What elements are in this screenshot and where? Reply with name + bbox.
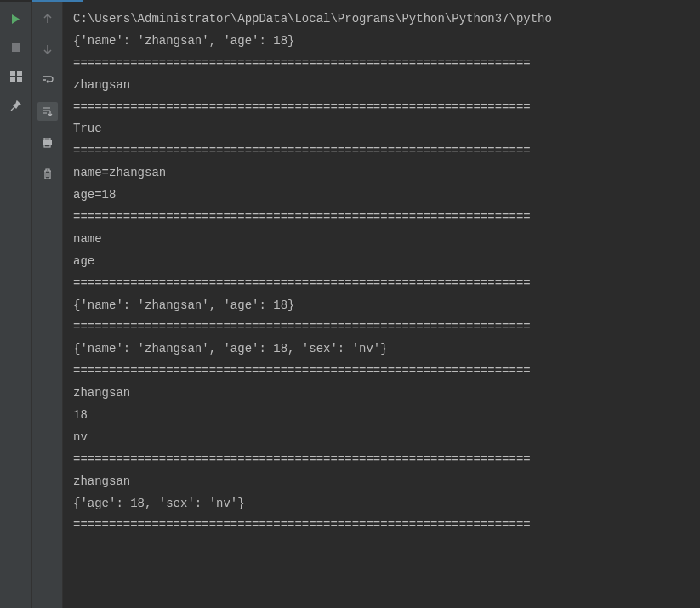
print-icon (42, 138, 53, 148)
console-line: {'age': 18, 'sex': 'nv'} (73, 493, 697, 515)
console-line: {'name': 'zhangsan', 'age': 18} (73, 295, 697, 317)
console-line: {'name': 'zhangsan', 'age': 18, 'sex': '… (73, 338, 697, 361)
svg-rect-5 (44, 138, 50, 140)
console-line: {'name': 'zhangsan', 'age': 18} (73, 31, 697, 53)
gutter-primary (0, 2, 32, 608)
console-line: True (73, 118, 697, 140)
main-container: C:\Users\Administrator\AppData\Local\Pro… (0, 2, 700, 608)
stop-button[interactable] (8, 39, 25, 56)
console-line: age=18 (73, 185, 697, 207)
run-button[interactable] (8, 10, 25, 27)
svg-rect-2 (17, 71, 22, 76)
gutter-secondary (32, 2, 63, 608)
console-line: zhangsan (73, 471, 697, 493)
svg-rect-3 (10, 77, 15, 82)
arrow-up-icon (43, 14, 53, 24)
console-line: ========================================… (73, 316, 697, 338)
down-button[interactable] (39, 41, 56, 58)
play-icon (10, 14, 21, 25)
console-line: age (73, 251, 697, 273)
console-line: ========================================… (73, 140, 697, 162)
clear-all-button[interactable] (39, 165, 56, 182)
console-line: ========================================… (73, 361, 697, 383)
console-line: ========================================… (73, 514, 697, 537)
console-line: nv (73, 427, 697, 449)
console-output[interactable]: C:\Users\Administrator\AppData\Local\Pro… (63, 2, 700, 608)
console-line: C:\Users\Administrator\AppData\Local\Pro… (73, 9, 697, 31)
console-line: name (73, 229, 697, 251)
stop-icon (11, 43, 21, 53)
console-line: zhangsan (73, 383, 697, 405)
console-line: name=zhangsan (73, 162, 697, 185)
svg-rect-0 (12, 43, 20, 52)
layout-button[interactable] (8, 68, 25, 85)
console-line: ========================================… (73, 273, 697, 295)
pin-icon (10, 100, 21, 111)
console-line: ========================================… (73, 97, 697, 119)
console-line: zhangsan (73, 75, 697, 97)
svg-rect-1 (10, 71, 15, 76)
svg-rect-4 (17, 77, 22, 82)
console-line: ========================================… (73, 449, 697, 471)
soft-wrap-button[interactable] (39, 71, 56, 88)
scroll-to-end-button[interactable] (37, 102, 58, 121)
up-button[interactable] (39, 10, 56, 27)
console-line: ========================================… (73, 207, 697, 229)
layout-icon (10, 71, 22, 82)
console-line: 18 (73, 405, 697, 427)
console-line: ========================================… (73, 53, 697, 75)
soft-wrap-icon (42, 75, 54, 85)
scroll-to-end-icon (42, 106, 54, 116)
pin-button[interactable] (8, 97, 25, 114)
print-button[interactable] (39, 134, 56, 151)
arrow-down-icon (43, 44, 53, 54)
trash-icon (43, 168, 53, 179)
